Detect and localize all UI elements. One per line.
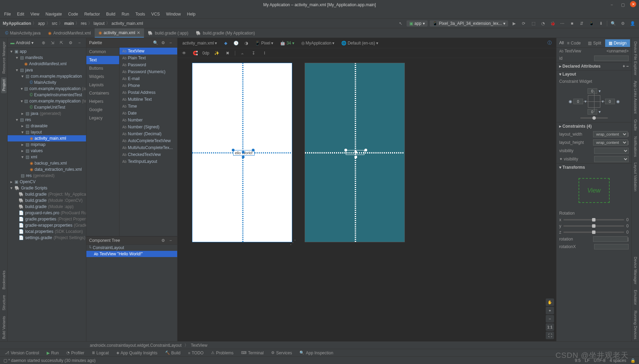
menu-run[interactable]: Run [119, 11, 132, 18]
attach-icon[interactable]: ⋯ [559, 20, 566, 27]
menu-navigate[interactable]: Navigate [43, 11, 65, 18]
tree-pkg2[interactable]: ▾▤com.example.myapplication(an [8, 86, 86, 92]
stripe-resource-manager[interactable]: Resource Manager [1, 39, 7, 76]
night-icon[interactable]: ◑ [242, 39, 250, 47]
tree-layout[interactable]: ▾▤layout [8, 129, 86, 135]
tree-unittest[interactable]: ©ExampleUnitTest [8, 104, 86, 110]
tab-build-root[interactable]: 🐘build.gradle (My Application) [192, 29, 259, 38]
stop-button[interactable]: ■ [568, 20, 576, 27]
menu-build[interactable]: Build [103, 11, 118, 18]
stripe-bookmarks[interactable]: Bookmarks [1, 268, 7, 292]
tab-mainactivity[interactable]: ©MainActivity.java [1, 29, 44, 38]
sync-icon[interactable]: ⇵ [578, 20, 585, 27]
minimize-button[interactable]: − [608, 1, 616, 9]
palette-search-icon[interactable]: 🔍 [152, 39, 159, 47]
indent[interactable]: 4 spaces [610, 358, 626, 363]
run-button[interactable]: ▶ [510, 20, 518, 27]
zoom-full-button[interactable]: ⛶ [546, 332, 554, 339]
coverage-button[interactable]: ⬚ [530, 20, 537, 27]
tree-pkg3[interactable]: ▾▤com.example.myapplication(te [8, 98, 86, 104]
crumb-main[interactable]: main [64, 21, 74, 26]
palette-cat-helpers[interactable]: Helpers [86, 97, 119, 106]
bt-vcs[interactable]: ⎇ Version Control [1, 350, 42, 356]
attr-constraints-section[interactable]: ▸ Constraints (4) [556, 122, 631, 130]
zoom-fit-button[interactable]: 1:1 [546, 323, 554, 331]
palette-item[interactable]: AbCheckedTextView [120, 151, 177, 158]
crumb-project[interactable]: MyApplication [3, 21, 31, 26]
menu-tools[interactable]: Tools [133, 11, 148, 18]
tree-androidmanifest[interactable]: ◉AndroidManifest.xml [8, 61, 86, 67]
crumb-layout[interactable]: layout [94, 21, 105, 26]
view-mode-split[interactable]: ▥ Split [584, 39, 604, 47]
tree-java[interactable]: ▾▤java [8, 67, 86, 73]
tree-bg1[interactable]: 🐘build.gradle (Project: My_Applicati [8, 191, 86, 197]
stripe-device-file-explorer[interactable]: Device File Explorer [633, 39, 638, 77]
palette-item-textview[interactable]: AbTextView [120, 48, 177, 55]
palette-item[interactable]: AbPassword [120, 61, 177, 68]
palette-item[interactable]: AbNumber [120, 117, 177, 124]
tree-resgen[interactable]: ▤res (generated) [8, 173, 86, 179]
crumb-res[interactable]: res [81, 21, 87, 26]
dt-theme[interactable]: ◎ MyApplication ▾ [299, 40, 337, 46]
bug-icon[interactable]: 🐞 [549, 20, 556, 27]
attr-rotationx-input[interactable] [594, 244, 629, 249]
menu-help[interactable]: Help [184, 11, 198, 18]
pan-button[interactable]: ✋ [546, 298, 554, 306]
device-selector[interactable]: 📱 Pixel_3a_API_34_extension_lex... ▾ [430, 20, 508, 27]
user-icon[interactable]: 👤 [629, 20, 636, 27]
maximize-button[interactable]: ▢ [619, 1, 627, 9]
rotation-z-slider[interactable] [563, 232, 624, 233]
bt-logcat[interactable]: ≣ Logcat [88, 350, 112, 356]
palette-item[interactable]: AbNumber (Decimal) [120, 130, 177, 137]
palette-cat-common[interactable]: Common [86, 48, 119, 56]
tab-build-app[interactable]: 🐘build.gradle (:app) [144, 29, 192, 38]
crumb-src[interactable]: src [52, 21, 57, 26]
surface-icon[interactable]: ◆ [222, 39, 229, 47]
bt-todo[interactable]: ≡ TODO [185, 350, 207, 356]
palette-item[interactable]: AbDate [120, 110, 177, 117]
palette-item[interactable]: AbPlain Text [120, 55, 177, 61]
attr-layout-width[interactable]: wrap_content [593, 131, 628, 137]
bt-terminal[interactable]: ⌨ Terminal [238, 350, 267, 356]
design-preview[interactable]: ello World! ⋰ [192, 63, 292, 242]
tree-drawable[interactable]: ▸▤drawable [8, 123, 86, 129]
palette-cat-buttons[interactable]: Buttons [86, 64, 119, 72]
bt-run[interactable]: ▶ Run [43, 350, 62, 356]
stripe-project[interactable]: Project [1, 77, 7, 93]
rotation-x-slider[interactable] [563, 219, 624, 220]
menu-edit[interactable]: Edit [14, 11, 27, 18]
hide-icon[interactable]: − [76, 39, 83, 47]
bt-inspection[interactable]: 🔍 App Inspection [296, 350, 336, 356]
orientation-icon[interactable]: 🕓 [232, 39, 240, 47]
stripe-layout-validation[interactable]: Layout Validation [633, 160, 638, 194]
view-mode-code[interactable]: ≡ Code [564, 39, 584, 47]
settings-icon[interactable]: ⚙ [619, 20, 627, 27]
guideline-icon[interactable]: ↧ [250, 49, 257, 57]
encoding[interactable]: UTF-8 [594, 358, 605, 363]
constraint-widget[interactable]: ▾ ◉ ▾ ▾ ◉ ▾ [556, 85, 631, 122]
tree-proguard[interactable]: 📄proguard-rules.pro (ProGuard Rule [8, 210, 86, 216]
comptree-gear-icon[interactable]: ⚙ [159, 237, 167, 244]
cursor-position[interactable]: 9:5 [575, 358, 581, 363]
palette-item[interactable]: AbNumber (Signed) [120, 124, 177, 130]
crumb-file[interactable]: activity_main.xml [112, 21, 143, 26]
stripe-structure[interactable]: Structure [1, 293, 7, 313]
tree-bg3[interactable]: 🐘build.gradle (Module :app) [8, 204, 86, 210]
resize-handle-icon[interactable]: ⋰ [290, 238, 296, 246]
bt-problems[interactable]: ⚠ Problems [208, 350, 237, 356]
zoom-out-button[interactable]: − [546, 315, 554, 323]
close-tab-icon[interactable]: ✕ [137, 30, 140, 35]
tree-bg2[interactable]: 🐘build.gradle (Module :OpenCV) [8, 197, 86, 204]
attr-id-input[interactable] [594, 56, 629, 61]
stripe-running-devices[interactable]: Running Devices [633, 308, 638, 341]
comptree-hide-icon[interactable]: − [167, 237, 174, 244]
tree-local[interactable]: 📄local.properties (SDK Location) [8, 228, 86, 235]
tree-opencv[interactable]: ▸▣OpenCV [8, 179, 86, 185]
palette-cat-text[interactable]: Text [86, 56, 119, 64]
crumb-app[interactable]: app [38, 21, 45, 26]
dt-api[interactable]: 🤖 34 ▾ [278, 40, 296, 46]
palette-item[interactable]: AbTextInputLayout [120, 158, 177, 165]
tree-pkg1[interactable]: ▾▤com.example.myapplication [8, 73, 86, 79]
palette-item[interactable]: AbMultiAutoCompleteTex... [120, 144, 177, 151]
gear-icon[interactable]: ⚙ [67, 39, 74, 47]
